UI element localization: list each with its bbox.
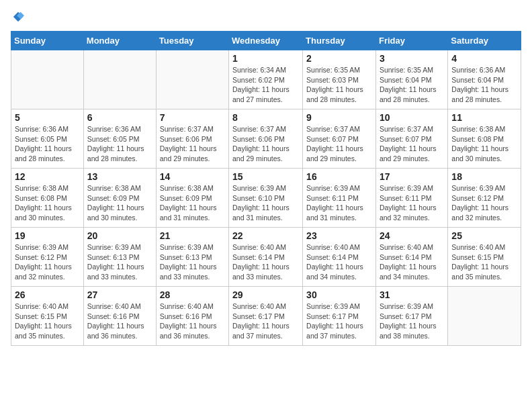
day-info: Sunrise: 6:34 AM Sunset: 6:02 PM Dayligh… <box>232 65 299 105</box>
calendar-cell: 26Sunrise: 6:40 AM Sunset: 6:15 PM Dayli… <box>11 287 84 346</box>
day-info: Sunrise: 6:36 AM Sunset: 6:05 PM Dayligh… <box>15 124 80 164</box>
calendar-cell <box>156 50 228 109</box>
calendar-cell: 23Sunrise: 6:40 AM Sunset: 6:14 PM Dayli… <box>303 228 376 287</box>
day-info: Sunrise: 6:39 AM Sunset: 6:17 PM Dayligh… <box>380 302 444 341</box>
calendar-cell: 12Sunrise: 6:38 AM Sunset: 6:08 PM Dayli… <box>11 169 84 228</box>
day-info: Sunrise: 6:38 AM Sunset: 6:08 PM Dayligh… <box>15 183 80 223</box>
day-header-saturday: Saturday <box>448 32 521 50</box>
day-info: Sunrise: 6:40 AM Sunset: 6:17 PM Dayligh… <box>232 302 299 341</box>
day-number: 2 <box>306 53 372 64</box>
day-info: Sunrise: 6:38 AM Sunset: 6:09 PM Dayligh… <box>87 183 152 223</box>
day-number: 6 <box>87 112 152 123</box>
day-header-wednesday: Wednesday <box>229 32 303 50</box>
day-info: Sunrise: 6:37 AM Sunset: 6:07 PM Dayligh… <box>306 124 372 164</box>
day-number: 22 <box>232 230 299 241</box>
day-info: Sunrise: 6:39 AM Sunset: 6:17 PM Dayligh… <box>306 302 372 341</box>
calendar-cell: 6Sunrise: 6:36 AM Sunset: 6:05 PM Daylig… <box>83 109 156 169</box>
calendar-cell: 9Sunrise: 6:37 AM Sunset: 6:07 PM Daylig… <box>303 109 376 169</box>
day-info: Sunrise: 6:39 AM Sunset: 6:10 PM Dayligh… <box>232 183 299 223</box>
calendar-cell: 27Sunrise: 6:40 AM Sunset: 6:16 PM Dayli… <box>83 287 156 346</box>
day-info: Sunrise: 6:36 AM Sunset: 6:05 PM Dayligh… <box>87 124 152 164</box>
day-info: Sunrise: 6:39 AM Sunset: 6:13 PM Dayligh… <box>160 242 225 282</box>
day-info: Sunrise: 6:37 AM Sunset: 6:06 PM Dayligh… <box>160 124 225 164</box>
day-number: 23 <box>306 230 372 241</box>
calendar-header-row: SundayMondayTuesdayWednesdayThursdayFrid… <box>11 32 521 50</box>
day-number: 15 <box>232 171 299 182</box>
day-info: Sunrise: 6:39 AM Sunset: 6:12 PM Dayligh… <box>451 183 517 223</box>
day-number: 25 <box>451 230 517 241</box>
day-number: 5 <box>15 112 80 123</box>
calendar-table: SundayMondayTuesdayWednesdayThursdayFrid… <box>11 31 521 346</box>
day-info: Sunrise: 6:35 AM Sunset: 6:03 PM Dayligh… <box>306 65 372 105</box>
day-header-sunday: Sunday <box>11 32 84 50</box>
day-info: Sunrise: 6:39 AM Sunset: 6:11 PM Dayligh… <box>380 183 444 223</box>
calendar-cell: 8Sunrise: 6:37 AM Sunset: 6:06 PM Daylig… <box>229 109 303 169</box>
day-info: Sunrise: 6:40 AM Sunset: 6:14 PM Dayligh… <box>306 242 372 282</box>
calendar-cell: 31Sunrise: 6:39 AM Sunset: 6:17 PM Dayli… <box>375 287 447 346</box>
day-info: Sunrise: 6:35 AM Sunset: 6:04 PM Dayligh… <box>380 65 444 105</box>
calendar-cell: 21Sunrise: 6:39 AM Sunset: 6:13 PM Dayli… <box>156 228 228 287</box>
calendar-cell: 4Sunrise: 6:36 AM Sunset: 6:04 PM Daylig… <box>448 50 521 109</box>
day-number: 19 <box>15 230 80 241</box>
day-info: Sunrise: 6:40 AM Sunset: 6:14 PM Dayligh… <box>380 242 444 282</box>
day-number: 12 <box>15 171 80 182</box>
calendar-week-row: 1Sunrise: 6:34 AM Sunset: 6:02 PM Daylig… <box>11 50 521 109</box>
day-info: Sunrise: 6:39 AM Sunset: 6:12 PM Dayligh… <box>15 242 80 282</box>
day-header-monday: Monday <box>83 32 156 50</box>
calendar-cell <box>83 50 156 109</box>
day-number: 8 <box>232 112 299 123</box>
day-number: 1 <box>232 53 299 64</box>
day-number: 11 <box>451 112 517 123</box>
calendar-cell: 11Sunrise: 6:38 AM Sunset: 6:08 PM Dayli… <box>448 109 521 169</box>
day-number: 9 <box>306 112 372 123</box>
calendar-week-row: 26Sunrise: 6:40 AM Sunset: 6:15 PM Dayli… <box>11 287 521 346</box>
calendar-cell: 18Sunrise: 6:39 AM Sunset: 6:12 PM Dayli… <box>448 169 521 228</box>
day-number: 24 <box>380 230 444 241</box>
calendar-cell <box>448 287 521 346</box>
day-info: Sunrise: 6:37 AM Sunset: 6:07 PM Dayligh… <box>380 124 444 164</box>
calendar-cell: 10Sunrise: 6:37 AM Sunset: 6:07 PM Dayli… <box>375 109 447 169</box>
calendar-cell: 16Sunrise: 6:39 AM Sunset: 6:11 PM Dayli… <box>303 169 376 228</box>
calendar-cell: 1Sunrise: 6:34 AM Sunset: 6:02 PM Daylig… <box>229 50 303 109</box>
calendar-cell: 14Sunrise: 6:38 AM Sunset: 6:09 PM Dayli… <box>156 169 228 228</box>
day-number: 13 <box>87 171 152 182</box>
day-info: Sunrise: 6:38 AM Sunset: 6:08 PM Dayligh… <box>451 124 517 164</box>
page-header <box>11 11 521 23</box>
calendar-cell: 25Sunrise: 6:40 AM Sunset: 6:15 PM Dayli… <box>448 228 521 287</box>
day-info: Sunrise: 6:39 AM Sunset: 6:13 PM Dayligh… <box>87 242 152 282</box>
day-info: Sunrise: 6:40 AM Sunset: 6:16 PM Dayligh… <box>160 302 225 341</box>
day-info: Sunrise: 6:40 AM Sunset: 6:16 PM Dayligh… <box>87 302 152 341</box>
day-number: 10 <box>380 112 444 123</box>
calendar-cell: 15Sunrise: 6:39 AM Sunset: 6:10 PM Dayli… <box>229 169 303 228</box>
day-info: Sunrise: 6:37 AM Sunset: 6:06 PM Dayligh… <box>232 124 299 164</box>
calendar-cell: 19Sunrise: 6:39 AM Sunset: 6:12 PM Dayli… <box>11 228 84 287</box>
calendar-cell: 3Sunrise: 6:35 AM Sunset: 6:04 PM Daylig… <box>375 50 447 109</box>
calendar-cell <box>11 50 84 109</box>
day-info: Sunrise: 6:40 AM Sunset: 6:15 PM Dayligh… <box>451 242 517 282</box>
calendar-cell: 5Sunrise: 6:36 AM Sunset: 6:05 PM Daylig… <box>11 109 84 169</box>
calendar-cell: 29Sunrise: 6:40 AM Sunset: 6:17 PM Dayli… <box>229 287 303 346</box>
calendar-cell: 7Sunrise: 6:37 AM Sunset: 6:06 PM Daylig… <box>156 109 228 169</box>
day-info: Sunrise: 6:38 AM Sunset: 6:09 PM Dayligh… <box>160 183 225 223</box>
calendar-cell: 24Sunrise: 6:40 AM Sunset: 6:14 PM Dayli… <box>375 228 447 287</box>
calendar-cell: 13Sunrise: 6:38 AM Sunset: 6:09 PM Dayli… <box>83 169 156 228</box>
day-number: 7 <box>160 112 225 123</box>
calendar-cell: 17Sunrise: 6:39 AM Sunset: 6:11 PM Dayli… <box>375 169 447 228</box>
day-number: 18 <box>451 171 517 182</box>
day-info: Sunrise: 6:40 AM Sunset: 6:14 PM Dayligh… <box>232 242 299 282</box>
calendar-cell: 22Sunrise: 6:40 AM Sunset: 6:14 PM Dayli… <box>229 228 303 287</box>
day-number: 21 <box>160 230 225 241</box>
day-number: 30 <box>306 289 372 300</box>
day-number: 14 <box>160 171 225 182</box>
day-info: Sunrise: 6:36 AM Sunset: 6:04 PM Dayligh… <box>451 65 517 105</box>
calendar-cell: 2Sunrise: 6:35 AM Sunset: 6:03 PM Daylig… <box>303 50 376 109</box>
day-number: 31 <box>380 289 444 300</box>
day-info: Sunrise: 6:40 AM Sunset: 6:15 PM Dayligh… <box>15 302 80 341</box>
day-header-thursday: Thursday <box>303 32 376 50</box>
calendar-cell: 20Sunrise: 6:39 AM Sunset: 6:13 PM Dayli… <box>83 228 156 287</box>
logo-icon <box>12 11 24 23</box>
calendar-week-row: 19Sunrise: 6:39 AM Sunset: 6:12 PM Dayli… <box>11 228 521 287</box>
day-number: 26 <box>15 289 80 300</box>
day-header-tuesday: Tuesday <box>156 32 228 50</box>
day-header-friday: Friday <box>375 32 447 50</box>
